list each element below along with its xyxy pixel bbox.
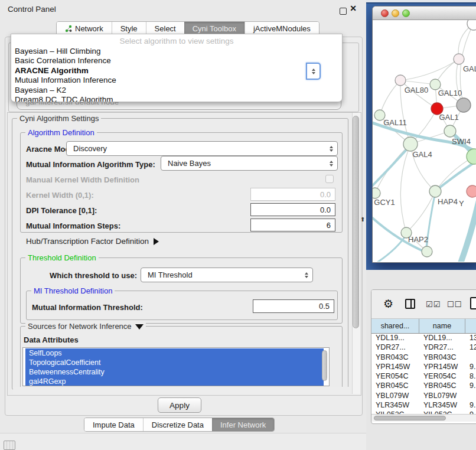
tab-network[interactable]: Network [57,22,112,35]
table-cell: YLR345W [371,401,419,410]
list-scrollbar-thumb[interactable] [322,350,327,381]
scrollbar-thumb[interactable] [374,416,446,420]
node-y[interactable] [467,185,476,197]
tab-jactivemnodules[interactable]: jActiveMNodules [244,22,319,35]
node-label: HAP4 [438,197,458,206]
mi-steps-field[interactable]: 6 [250,219,335,231]
algorithm-option-aracne-algorithm[interactable]: ARACNE Algorithm [11,66,342,76]
checked-columns-icon[interactable]: ☑☑ [426,300,441,309]
column-header-shared[interactable]: shared... [371,319,419,333]
node-gal[interactable] [454,54,464,64]
close-icon[interactable]: ✕ [350,5,357,12]
minimize-traffic-light-icon[interactable] [392,9,399,17]
table-cell: YBL079W [419,392,465,401]
kernel-width-value: 0.0 [320,190,331,199]
node-unlabeled[interactable] [457,98,471,112]
algorithm-option-basic-correlation-inference[interactable]: Basic Correlation Inference [11,56,342,66]
float-window-icon[interactable] [340,8,347,15]
table-cell: 8. [465,372,476,381]
tab-cyni-toolbox[interactable]: Cyni Toolbox [184,22,244,35]
highlighted-edge[interactable] [373,215,426,252]
network-canvas[interactable]: GALGAL80GAL10GAL1GAL11SWI4GAL4GCY1HAP4YH… [373,20,476,262]
aracne-mode-combo[interactable]: Discovery [66,141,338,156]
table-row[interactable]: YER054CYER054C8. [371,372,476,381]
panel-title: Control Panel [8,5,56,14]
close-traffic-light-icon[interactable] [381,9,389,17]
table-cell: YDR27... [371,343,419,353]
node-unlabeled[interactable] [467,20,476,30]
node-unlabeled[interactable] [422,246,432,257]
hub-definition-toggle[interactable]: Hub/Transcription Factor Definition [26,237,159,246]
node-gcy1[interactable] [373,188,380,198]
table-row[interactable]: YDL19...YDL19...13 [371,334,476,343]
attribute-item-topologicalcoefficient[interactable]: TopologicalCoefficient [25,358,324,367]
aracne-mode-value: Discovery [73,144,107,153]
attribute-item-betweennesscentrality[interactable]: BetweennessCentrality [25,367,324,377]
which-threshold-combo[interactable]: MI Threshold [141,268,313,282]
document-icon[interactable] [470,297,476,309]
dpi-tolerance-value: 0.0 [320,206,331,214]
node-gal80[interactable] [395,75,406,86]
algorithm-option-bayesian-k2[interactable]: Bayesian – K2 [11,86,342,95]
dpi-tolerance-field[interactable]: 0.0 [250,203,335,216]
algorithm-dropdown-prompt: Select algorithm to view settings [11,34,342,47]
network-tab-icon [65,25,72,32]
node-label: SWI4 [452,137,471,146]
algorithm-option-bayesian-hill-climbing[interactable]: Bayesian – Hill Climbing [11,47,342,56]
tab-infer-network[interactable]: Infer Network [212,418,274,431]
edge[interactable] [400,144,410,233]
sources-title-text: Sources for Network Inference [28,322,132,331]
tab-style[interactable]: Style [112,22,146,35]
apply-button[interactable]: Apply [158,397,201,413]
node-label: GAL1 [439,113,458,122]
data-attributes-list[interactable]: SelfLoopsTopologicalCoefficientBetweenne… [22,347,330,386]
network-window-titlebar[interactable] [373,6,476,20]
mi-algorithm-type-combo[interactable]: Naive Bayes [161,156,338,171]
column-header-a[interactable]: A [465,319,476,333]
attribute-item-selfloops[interactable]: SelfLoops [25,348,324,358]
node-gal1[interactable] [444,125,456,137]
node-hap4[interactable] [429,185,441,197]
tab-select[interactable]: Select [146,22,184,35]
gear-icon[interactable]: ⚙ [383,297,393,311]
unchecked-columns-icon[interactable]: ☐☐ [447,300,462,309]
table-row[interactable]: YBR043CYBR043C [371,353,476,363]
tab-discretize-data[interactable]: Discretize Data [143,418,212,431]
table-panel-header: Table Panel [366,270,476,288]
table-horizontal-scrollbar[interactable] [371,414,476,422]
sources-group-title[interactable]: Sources for Network Inference [25,322,146,331]
attribute-item-gal4rgexp[interactable]: gal4RGexp [25,377,324,386]
table-row[interactable]: YBL079WYBL079W [371,392,476,401]
table-row[interactable]: YDR27...YDR27...12 [371,343,476,353]
edge[interactable] [380,80,400,115]
highlighted-edge[interactable] [373,145,410,189]
table-cell: 12 [465,343,476,353]
mi-threshold-field[interactable]: 0.5 [253,299,334,313]
table-cell: YBR043C [371,353,419,363]
edge[interactable] [400,59,459,80]
table-cell: YDL19... [419,334,465,343]
mi-threshold-label: Mutual Information Threshold: [32,303,143,312]
table-row[interactable]: YLR345WYLR345W9. [371,401,476,410]
algorithm-option-mutual-information-inference[interactable]: Mutual Information Inference [11,76,342,85]
algorithm-option-list: Bayesian – Hill ClimbingBasic Correlatio… [11,47,342,102]
settings-horizontal-scrollbar[interactable] [13,387,350,394]
table-row[interactable]: YBR045CYBR045C9. [371,381,476,391]
column-header-name[interactable]: name [419,319,465,333]
node-label: GAL [463,64,476,73]
mi-algorithm-type-value: Naive Bayes [168,159,211,168]
grid-icon[interactable] [4,441,15,450]
node-gal4[interactable] [403,137,418,151]
highlighted-edge[interactable] [374,234,407,262]
data-attributes-label: Data Attributes [24,335,79,344]
algorithm-option-dream8-dc-tdc-algorithm[interactable]: Dream8 DC_TDC Algorithm [11,95,342,102]
manual-kernel-width-checkbox[interactable] [325,175,334,183]
table-toolbar: ⚙ ☑☑ ☐☐ [371,290,476,319]
zoom-traffic-light-icon[interactable] [402,9,410,17]
table-row[interactable]: YPR145WYPR145W9. [371,363,476,372]
tab-impute-data[interactable]: Impute Data [84,418,143,431]
kernel-width-field[interactable]: 0.0 [250,188,335,201]
scrollbar-thumb[interactable] [353,116,359,328]
split-view-icon[interactable] [405,299,415,309]
table-cell [465,392,476,401]
